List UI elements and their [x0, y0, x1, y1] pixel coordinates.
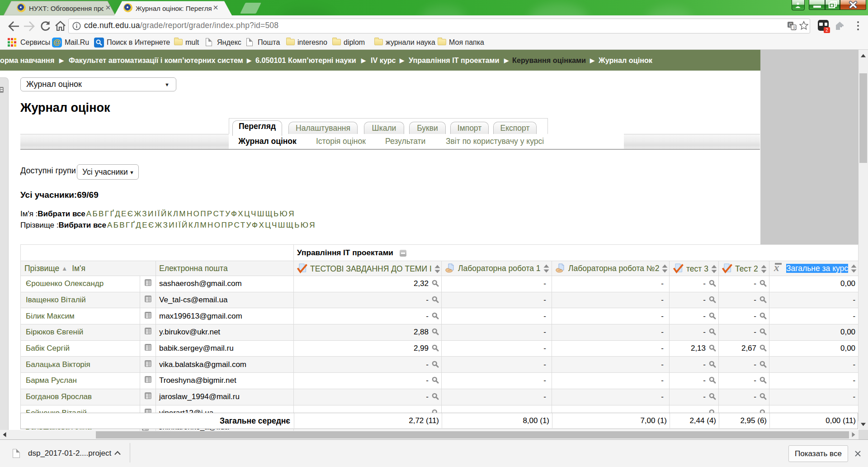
- svg-text:文: 文: [793, 25, 797, 30]
